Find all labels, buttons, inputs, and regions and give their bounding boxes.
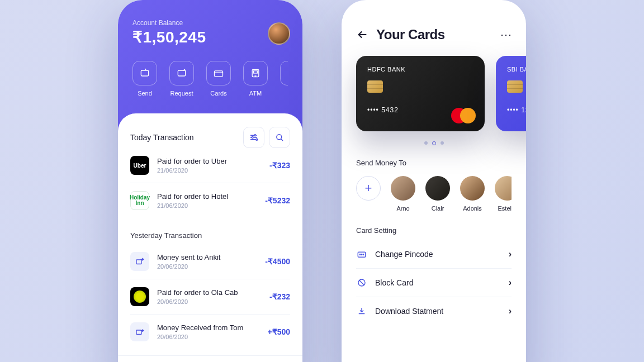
back-button[interactable] [356, 28, 368, 41]
carousel-dot[interactable] [441, 141, 444, 145]
contacts-row: + Arno Clair Adonis Estella [356, 176, 512, 212]
card-settings-section: Card Setting Change Pincode › Block Card… [342, 226, 526, 325]
contact-item[interactable]: Clair [425, 176, 450, 212]
transaction-amount: -₹323 [269, 161, 290, 170]
transaction-row[interactable]: Money sent to Ankit 20/06/2020 -₹4500 [130, 244, 290, 279]
transaction-amount: -₹4500 [265, 257, 290, 266]
block-icon [356, 278, 367, 288]
svg-rect-2 [215, 71, 223, 77]
loan-icon [280, 61, 288, 85]
quick-action-cards[interactable]: Cards [206, 61, 231, 97]
svg-rect-9 [136, 260, 141, 264]
svg-point-7 [256, 139, 258, 140]
card-settings-label: Card Setting [356, 226, 512, 235]
svg-point-15 [363, 254, 364, 255]
transaction-title: Money Received from Tom [157, 323, 259, 332]
send-money-label: Send Money To [356, 159, 512, 167]
transaction-date: 20/06/2020 [157, 263, 257, 270]
svg-rect-12 [358, 252, 366, 257]
quick-action-request[interactable]: Request [169, 61, 194, 97]
transaction-row[interactable]: Uber Paid for order to Uber 21/06/2020 -… [130, 148, 290, 183]
cards-carousel[interactable]: HDFC BANK •••• 5432 SBI BANK •••• 1245 [342, 56, 526, 131]
home-screen: Account Balance ₹1,50,245 Send Request [118, 0, 302, 362]
money-sent-icon [130, 252, 149, 271]
transaction-title: Paid for order to Hotel [157, 192, 257, 201]
setting-block-card[interactable]: Block Card › [356, 269, 512, 297]
card-number: •••• 1245 [507, 106, 526, 114]
merchant-logo-uber: Uber [130, 156, 149, 175]
transaction-amount: +₹500 [267, 327, 290, 336]
transaction-date: 20/06/2020 [157, 334, 259, 340]
send-money-section: Send Money To + Arno Clair Adonis Este [342, 159, 526, 212]
transaction-amount: -₹232 [269, 292, 290, 301]
svg-rect-4 [254, 71, 258, 73]
svg-point-14 [361, 254, 362, 255]
transactions-sheet: Today Transaction Uber Paid for order to… [118, 113, 302, 362]
transaction-row[interactable]: Money Received from Tom 20/06/2020 +₹500 [130, 315, 290, 349]
carousel-dots [342, 141, 526, 145]
card-chip-icon [507, 80, 523, 93]
search-button[interactable] [269, 127, 290, 148]
credit-card-secondary[interactable]: SBI BANK •••• 1245 [496, 56, 526, 131]
contact-avatar [425, 176, 450, 201]
cards-screen: Your Cards ⋮ HDFC BANK •••• 5432 SBI BAN… [342, 0, 526, 362]
svg-point-13 [359, 254, 361, 255]
atm-icon [243, 61, 268, 85]
search-icon [274, 132, 285, 142]
quick-action-atm[interactable]: ATM [243, 61, 268, 97]
contact-item[interactable]: Estella [495, 176, 512, 212]
svg-point-8 [277, 135, 282, 140]
chevron-right-icon: › [509, 278, 512, 288]
profile-avatar[interactable] [268, 22, 290, 45]
quick-action-label: Cards [210, 90, 226, 97]
transaction-date: 21/06/2020 [157, 167, 262, 174]
setting-download-statement[interactable]: Download Statment › [356, 297, 512, 325]
contact-avatar [495, 176, 512, 201]
contact-name: Clair [432, 205, 444, 212]
setting-label: Download Statment [375, 307, 501, 316]
quick-action-label: Request [171, 90, 193, 97]
card-bank-name: SBI BANK [507, 66, 526, 73]
contact-item[interactable]: Arno [391, 176, 415, 212]
contact-name: Arno [396, 205, 409, 212]
chevron-right-icon: › [509, 249, 512, 259]
setting-label: Change Pincode [375, 250, 501, 259]
transaction-row[interactable]: Holiday Inn Paid for order to Hotel 21/0… [130, 183, 290, 218]
card-bank-name: HDFC BANK [367, 66, 473, 73]
arrow-left-icon [356, 28, 368, 41]
transaction-title: Paid for order to Uber [157, 157, 262, 165]
today-section-title: Today Transaction [130, 133, 194, 142]
contact-avatar [460, 176, 485, 201]
merchant-logo-hotel: Holiday Inn [130, 191, 149, 210]
transaction-amount: -₹5232 [265, 196, 290, 205]
chevron-right-icon: › [509, 306, 512, 316]
svg-rect-0 [141, 70, 148, 76]
transaction-date: 21/06/2020 [157, 202, 257, 209]
contact-item[interactable]: Adonis [460, 176, 485, 212]
send-money-icon [132, 61, 157, 85]
sliders-icon [249, 132, 259, 142]
mastercard-logo-icon [451, 108, 476, 123]
balance-value: ₹1,50,245 [132, 28, 288, 46]
credit-card-primary[interactable]: HDFC BANK •••• 5432 [356, 56, 485, 131]
card-chip-icon [367, 80, 383, 93]
quick-action-send[interactable]: Send [132, 61, 157, 97]
bottom-nav: Home [118, 355, 302, 362]
more-options-button[interactable]: ⋮ [500, 30, 513, 40]
setting-change-pincode[interactable]: Change Pincode › [356, 240, 512, 269]
download-icon [356, 306, 367, 316]
carousel-dot[interactable] [424, 141, 428, 145]
transaction-title: Money sent to Ankit [157, 253, 257, 261]
quick-action-label: Send [138, 90, 152, 97]
carousel-dot-active[interactable] [432, 141, 436, 145]
transaction-title: Paid for order to Ola Cab [157, 288, 262, 297]
add-contact-button[interactable]: + [356, 176, 381, 201]
quick-action-label: ATM [249, 90, 262, 97]
contact-avatar [391, 176, 415, 201]
transaction-row[interactable]: Paid for order to Ola Cab 20/06/2020 -₹2… [130, 279, 290, 315]
svg-point-5 [254, 135, 256, 136]
filter-button[interactable] [243, 127, 264, 148]
cards-icon [206, 61, 231, 85]
quick-action-loans[interactable]: Lo [280, 61, 288, 97]
transaction-date: 20/06/2020 [157, 298, 262, 305]
